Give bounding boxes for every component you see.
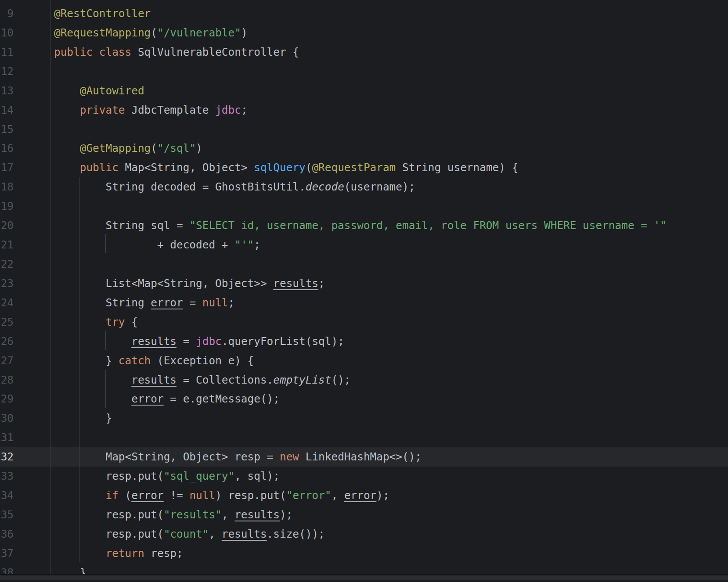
code-line[interactable]: 30 } <box>0 409 728 428</box>
line-number[interactable]: 21 <box>0 235 14 255</box>
code-line[interactable]: 25 try { <box>0 313 728 332</box>
code-token: decode <box>306 180 344 193</box>
code-token: (username); <box>344 180 415 193</box>
line-number[interactable]: 9 <box>0 4 14 23</box>
code-line[interactable]: 14 private JdbcTemplate jdbc; <box>0 101 728 120</box>
code-line[interactable]: 35 resp.put("results", results); <box>0 505 728 525</box>
code-line[interactable]: 20 String sql = "SELECT id, username, pa… <box>0 216 728 235</box>
code-token: if <box>105 489 118 502</box>
code-token: String sql = <box>54 219 189 232</box>
code-token <box>54 489 105 502</box>
code-token: jdbc <box>196 335 222 348</box>
line-number[interactable]: 22 <box>0 255 14 274</box>
code-line[interactable]: 34 if (error != null) resp.put("error", … <box>0 486 728 505</box>
code-token: sqlQuery <box>254 161 305 174</box>
code-line[interactable]: 32 Map<String, Object> resp = new Linked… <box>0 447 728 467</box>
code-token: { <box>125 316 138 328</box>
code-line[interactable]: 17 public Map<String, Object> sqlQuery(@… <box>0 158 728 177</box>
code-line[interactable]: 11public class SqlVulnerableController { <box>0 43 728 62</box>
code-line[interactable]: 13 @Autowired <box>0 81 728 101</box>
code-line[interactable]: 19 <box>0 197 728 216</box>
code-token: , <box>222 508 234 521</box>
line-number[interactable]: 32 <box>0 447 14 467</box>
line-number[interactable]: 31 <box>0 428 14 447</box>
code-editor[interactable]: 9@RestController10@RequestMapping("/vuln… <box>0 0 728 582</box>
line-number[interactable]: 33 <box>0 467 14 486</box>
line-number[interactable]: 20 <box>0 216 14 235</box>
code-line[interactable]: 27 } catch (Exception e) { <box>0 351 728 370</box>
code-line[interactable]: 16 @GetMapping("/sql") <box>0 139 728 158</box>
line-content: String sql = "SELECT id, username, passw… <box>54 216 667 235</box>
bottom-panel-divider <box>0 575 728 580</box>
code-line[interactable]: 10@RequestMapping("/vulnerable") <box>0 23 728 43</box>
line-number[interactable]: 14 <box>0 101 14 120</box>
line-content: if (error != null) resp.put("error", err… <box>54 486 389 505</box>
line-number[interactable]: 19 <box>0 197 14 216</box>
code-token: = Collections. <box>177 374 273 386</box>
code-token: @Autowired <box>80 84 144 97</box>
line-number[interactable]: 18 <box>0 177 14 197</box>
code-token: jdbc <box>215 104 241 116</box>
line-number[interactable]: 30 <box>0 409 14 428</box>
code-token: ( <box>306 161 312 174</box>
line-content: private JdbcTemplate jdbc; <box>54 101 248 120</box>
code-token: null <box>202 296 228 309</box>
code-line[interactable]: 36 resp.put("count", results.size()); <box>0 525 728 544</box>
code-line[interactable]: 21 + decoded + "'"; <box>0 235 728 255</box>
line-number[interactable]: 35 <box>0 505 14 525</box>
line-content: @RequestMapping("/vulnerable") <box>54 23 248 43</box>
code-token: "count" <box>164 528 209 540</box>
line-number[interactable]: 13 <box>0 81 14 101</box>
line-number[interactable]: 12 <box>0 62 14 81</box>
line-number[interactable]: 16 <box>0 139 14 158</box>
code-line[interactable]: 12 <box>0 62 728 81</box>
code-token: ) <box>241 26 248 39</box>
code-token: results <box>273 277 318 290</box>
code-token: "SELECT id, username, password, email, r… <box>189 219 667 232</box>
code-line[interactable]: 33 resp.put("sql_query", sql); <box>0 467 728 486</box>
line-number[interactable]: 37 <box>0 544 14 563</box>
code-token: ) <box>196 142 202 154</box>
line-number[interactable]: 17 <box>0 158 14 177</box>
code-token: ( <box>151 26 157 39</box>
code-token: error <box>344 489 376 502</box>
line-number[interactable]: 25 <box>0 313 14 332</box>
code-line[interactable]: 9@RestController <box>0 4 728 23</box>
code-token <box>54 335 131 348</box>
line-number[interactable]: 34 <box>0 486 14 505</box>
line-number[interactable]: 10 <box>0 23 14 43</box>
code-token: ; <box>228 296 235 309</box>
code-line[interactable]: 15 <box>0 120 728 139</box>
code-line[interactable]: 26 results = jdbc.queryForList(sql); <box>0 332 728 351</box>
code-token: resp.put( <box>54 508 164 521</box>
code-token <box>54 104 80 116</box>
code-line[interactable]: 29 error = e.getMessage(); <box>0 389 728 409</box>
code-line[interactable]: 24 String error = null; <box>0 293 728 313</box>
line-number[interactable]: 15 <box>0 120 14 139</box>
code-line[interactable]: 37 return resp; <box>0 544 728 563</box>
code-token: (); <box>331 374 350 386</box>
code-line[interactable]: 22 <box>0 255 728 274</box>
code-token: } <box>54 354 119 367</box>
code-token: String <box>54 296 151 309</box>
line-number[interactable]: 27 <box>0 351 14 370</box>
code-line[interactable]: 23 List<Map<String, Object>> results; <box>0 274 728 293</box>
line-number[interactable]: 28 <box>0 370 14 390</box>
line-number[interactable]: 29 <box>0 389 14 409</box>
code-token: public <box>80 161 119 174</box>
code-token: @RequestParam <box>312 161 396 174</box>
code-token: ; <box>318 277 325 290</box>
line-number[interactable]: 26 <box>0 332 14 351</box>
code-token: Map<String, Object> resp = <box>54 450 280 463</box>
line-number[interactable]: 36 <box>0 525 14 544</box>
code-line[interactable]: 18 String decoded = GhostBitsUtil.decode… <box>0 177 728 197</box>
code-line[interactable]: 28 results = Collections.emptyList(); <box>0 370 728 390</box>
line-content: resp.put("results", results); <box>54 505 292 525</box>
line-number[interactable]: 24 <box>0 293 14 313</box>
line-number[interactable]: 11 <box>0 43 14 62</box>
line-number[interactable]: 23 <box>0 274 14 293</box>
line-content: @RestController <box>54 4 151 23</box>
code-line[interactable]: 31 <box>0 428 728 447</box>
code-token: SqlVulnerableController { <box>131 46 299 58</box>
code-token: "'" <box>234 238 254 251</box>
